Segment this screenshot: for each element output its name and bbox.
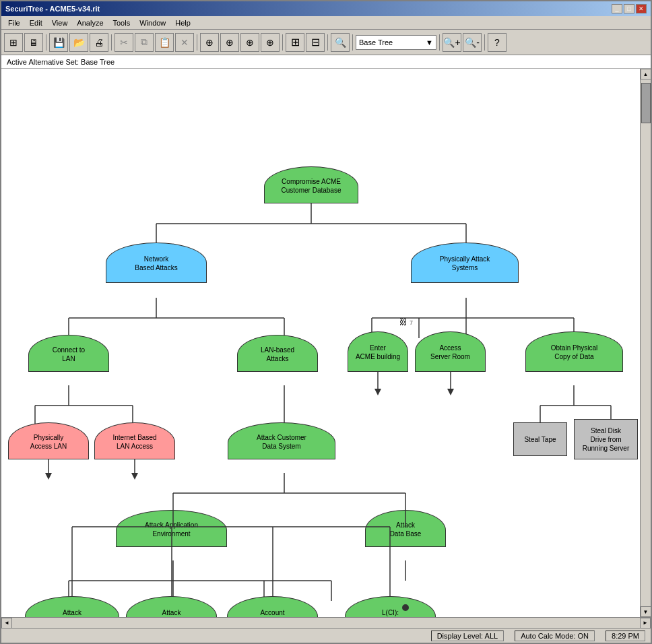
window-title: SecuriTree - ACME5-v34.rit — [5, 5, 100, 13]
scroll-up-button[interactable]: ▲ — [641, 69, 651, 79]
node-access-server[interactable]: Access Server Room — [415, 331, 486, 372]
menu-window[interactable]: Window — [135, 18, 170, 28]
minimize-button[interactable]: _ — [612, 4, 622, 13]
node-account-based-label: Account Based Attacks — [251, 608, 294, 617]
node-attack-app-env-label: Attack Application Environment — [145, 521, 198, 538]
menu-edit[interactable]: Edit — [26, 18, 46, 28]
canvas-area[interactable]: Compromise ACME Customer Database Networ… — [1, 69, 640, 617]
node-attack-customer-label: Attack Customer Data System — [257, 433, 306, 451]
node-lan-based-label: LAN-based Attacks — [261, 346, 294, 363]
node-obtain-physical-label: Obtain Physical Copy of Data — [551, 344, 597, 361]
scroll-track-v — [641, 79, 651, 606]
node-connect-lan[interactable]: Connect to LAN — [28, 335, 109, 372]
scroll-right-button[interactable]: ► — [640, 618, 651, 629]
node-attack-app-code-label: Attack Application Code — [146, 608, 197, 617]
svg-marker-40 — [374, 389, 381, 395]
node-physical-attack-label: Physically Attack Systems — [440, 255, 490, 272]
auto-calc-status: Auto Calc Mode: ON — [515, 631, 595, 641]
menu-tools[interactable]: Tools — [109, 18, 135, 28]
node-attack-app-os-label: Attack Application's OS — [47, 608, 96, 617]
chain-badge: ⛓ 7 — [399, 317, 413, 328]
toolbar-btn-1[interactable]: ⊞ — [4, 33, 23, 52]
node-lan-based[interactable]: LAN-based Attacks — [237, 335, 318, 372]
node-internet-lan-label: Internet Based LAN Access — [112, 433, 156, 451]
toolbar-btn-help[interactable]: ? — [488, 33, 507, 52]
main-window: SecuriTree - ACME5-v34.rit _ □ ✕ File Ed… — [0, 0, 652, 644]
toolbar-separator-6 — [352, 34, 353, 51]
active-set-label: Active Alternative Set: Base Tree — [7, 58, 115, 66]
toolbar-btn-zoom-out[interactable]: 🔍- — [463, 33, 482, 52]
svg-marker-36 — [45, 473, 52, 480]
node-attack-database[interactable]: Attack Data Base — [365, 510, 446, 547]
node-phys-access-lan-label: Physically Access LAN — [30, 433, 67, 451]
node-enter-acme[interactable]: EnterACME building ⛓ 7 — [348, 331, 408, 372]
toolbar-btn-2[interactable]: 🖥 — [24, 33, 43, 52]
scroll-down-button[interactable]: ▼ — [641, 606, 651, 617]
menu-help[interactable]: Help — [171, 18, 195, 28]
toolbar: ⊞ 🖥 💾 📂 🖨 ✂ ⧉ 📋 ✕ ⊕ ⊕ ⊕ ⊕ ⊞ ⊟ 🔍 Base Tre… — [1, 30, 651, 55]
tree-canvas: Compromise ACME Customer Database Networ… — [1, 69, 628, 608]
node-account-based[interactable]: Account Based Attacks — [227, 596, 318, 617]
node-network-label: Network Based Attacks — [135, 255, 177, 272]
node-internet-lan[interactable]: Internet Based LAN Access — [94, 422, 175, 459]
toolbar-separator-2 — [111, 34, 112, 51]
display-level-status: Display Level: ALL — [431, 631, 504, 641]
toolbar-separator-5 — [327, 34, 328, 51]
menu-analyze[interactable]: Analyze — [73, 18, 107, 28]
toolbar-btn-zoom-in[interactable]: 🔍+ — [443, 33, 461, 52]
active-set-bar: Active Alternative Set: Base Tree — [1, 55, 651, 69]
node-physical-attack[interactable]: Physically Attack Systems — [411, 243, 519, 283]
dropdown-label: Base Tree — [359, 38, 393, 46]
node-compromise-oracle-label: L(CI): Compromise Oracle — [360, 608, 420, 617]
toolbar-btn-5[interactable]: ⊕ — [200, 33, 219, 52]
node-attack-app-env[interactable]: Attack Application Environment — [116, 510, 227, 547]
node-enter-acme-label: EnterACME building — [356, 344, 400, 361]
menu-view[interactable]: View — [48, 18, 72, 28]
toolbar-btn-8[interactable]: ⊕ — [261, 33, 280, 52]
toolbar-btn-save[interactable]: 💾 — [49, 33, 68, 52]
toolbar-separator-7 — [439, 34, 440, 51]
toolbar-btn-grid2[interactable]: ⊟ — [306, 33, 325, 52]
node-root-label: Compromise ACME Customer Database — [282, 177, 341, 195]
toolbar-btn-open[interactable]: 📂 — [69, 33, 88, 52]
alternative-set-dropdown[interactable]: Base Tree ▼ — [356, 35, 436, 50]
node-network[interactable]: Network Based Attacks — [106, 243, 207, 283]
toolbar-btn-copy[interactable]: ⧉ — [135, 33, 154, 52]
node-steal-disk-label: Steal Disk Drive from Running Server — [583, 426, 629, 453]
node-steal-disk[interactable]: Steal Disk Drive from Running Server — [574, 419, 638, 459]
toolbar-btn-delete[interactable]: ✕ — [175, 33, 194, 52]
node-connect-lan-label: Connect to LAN — [53, 346, 85, 363]
node-root[interactable]: Compromise ACME Customer Database — [264, 166, 358, 203]
node-steal-tape[interactable]: Steal Tape — [513, 422, 567, 456]
node-compromise-oracle[interactable]: L(CI): Compromise Oracle — [345, 596, 436, 617]
scroll-thumb-v[interactable] — [641, 83, 651, 123]
toolbar-btn-7[interactable]: ⊕ — [240, 33, 259, 52]
close-button[interactable]: ✕ — [636, 4, 647, 13]
toolbar-btn-6[interactable]: ⊕ — [220, 33, 239, 52]
node-attack-customer[interactable]: Attack Customer Data System — [228, 422, 335, 459]
title-bar-buttons: _ □ ✕ — [612, 4, 647, 13]
vertical-scrollbar[interactable]: ▲ ▼ — [640, 69, 651, 617]
node-attack-app-os[interactable]: Attack Application's OS — [25, 596, 119, 617]
toolbar-btn-find[interactable]: 🔍 — [331, 33, 350, 52]
node-phys-access-lan[interactable]: Physically Access LAN — [8, 422, 89, 459]
scroll-left-button[interactable]: ◄ — [1, 618, 12, 629]
menu-bar: File Edit View Analyze Tools Window Help — [1, 16, 651, 30]
node-attack-database-label: Attack Data Base — [390, 521, 422, 538]
chevron-down-icon: ▼ — [426, 38, 433, 46]
toolbar-btn-cut[interactable]: ✂ — [115, 33, 133, 52]
node-attack-app-code[interactable]: Attack Application Code — [126, 596, 217, 617]
node-obtain-physical[interactable]: Obtain Physical Copy of Data — [525, 331, 623, 372]
svg-marker-42 — [447, 389, 454, 395]
toolbar-separator-1 — [46, 34, 46, 51]
toolbar-btn-paste[interactable]: 📋 — [155, 33, 174, 52]
svg-marker-38 — [131, 473, 138, 480]
toolbar-separator-4 — [282, 34, 283, 51]
scroll-track-h — [12, 618, 640, 629]
toolbar-btn-print[interactable]: 🖨 — [90, 33, 108, 52]
menu-file[interactable]: File — [4, 18, 24, 28]
maximize-button[interactable]: □ — [624, 4, 634, 13]
toolbar-btn-grid1[interactable]: ⊞ — [286, 33, 304, 52]
node-steal-tape-label: Steal Tape — [524, 435, 556, 444]
node-access-server-label: Access Server Room — [430, 344, 470, 361]
